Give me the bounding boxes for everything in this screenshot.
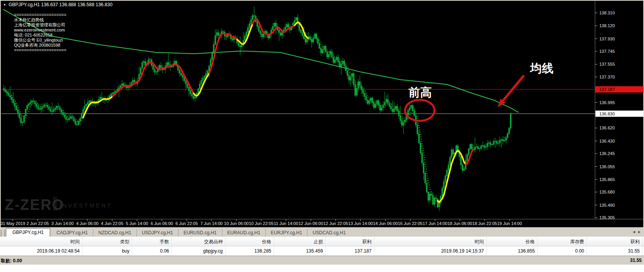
svg-text:137.187: 137.187: [599, 87, 615, 92]
svg-text:13 Jun 14:00: 13 Jun 14:00: [348, 221, 373, 226]
column-header[interactable]: 获利: [587, 237, 642, 246]
svg-text:5 Jun 14:00: 5 Jun 14:00: [126, 221, 148, 226]
table-body: 2019.06.19 02:48:54buy0.06gbpjpy.cg136.2…: [0, 246, 644, 256]
svg-text:17 Jun 14:00: 17 Jun 14:00: [422, 221, 447, 226]
svg-text:10 Jun 22:05: 10 Jun 22:05: [249, 221, 274, 226]
svg-text:138.310: 138.310: [599, 10, 615, 15]
trade-cell: 0.00: [538, 246, 587, 255]
svg-text:16 Jun 22:05: 16 Jun 22:05: [398, 221, 423, 226]
symbol-tab-cadjpy[interactable]: CADJPY.cg,H1: [51, 229, 92, 237]
svg-text:136.055: 136.055: [599, 164, 615, 169]
svg-text:18 Jun 22:05: 18 Jun 22:05: [472, 221, 497, 226]
svg-text:水木外汇趋势线: 水木外汇趋势线: [14, 17, 44, 22]
svg-text:18 Jun 06:00: 18 Jun 06:00: [447, 221, 472, 226]
column-header[interactable]: 时间: [374, 237, 487, 246]
column-header[interactable]: 获利: [326, 237, 374, 246]
svg-text:136.830: 136.830: [599, 112, 615, 116]
svg-text:135.680: 135.680: [599, 190, 615, 194]
column-header[interactable]: 库存费: [538, 237, 587, 246]
svg-text:11 Jun 14:00: 11 Jun 14:00: [274, 221, 298, 226]
svg-text:6 Jun 22:05: 6 Jun 22:05: [176, 221, 198, 226]
chart-tabs: GBPJPY.cg,H1CADJPY.cg,H1NZDCAD.cg,H1USDJ…: [6, 228, 351, 237]
svg-text:4 Jun 06:00: 4 Jun 06:00: [76, 221, 99, 226]
bottom-filler: [0, 265, 644, 272]
svg-text:INVESTMENT: INVESTMENT: [59, 202, 112, 209]
svg-text:Z-ZERO: Z-ZERO: [5, 197, 64, 213]
trade-row[interactable]: 2019.06.19 02:48:54buy0.06gbpjpy.cg136.2…: [0, 246, 644, 256]
column-header[interactable]: 价格: [225, 237, 274, 246]
svg-text:12 Jun 06:00: 12 Jun 06:00: [298, 221, 323, 226]
symbol-tab-gbpjpy[interactable]: GBPJPY.cg,H1: [6, 228, 50, 237]
svg-text:GBPJPY.cg,H1 136.637 136.888: GBPJPY.cg,H1 136.637 136.888 136.588 136…: [9, 2, 113, 7]
tab-scroll-right-icon[interactable]: ►: [637, 230, 643, 234]
account-history-table: 时间类型手数交易品种价格止损获利时间价格库存费获利 2019.06.19 02:…: [0, 237, 644, 256]
svg-text:136.995: 136.995: [599, 100, 615, 105]
column-header[interactable]: 交易品种: [172, 237, 225, 246]
svg-text:微信公众号 E0_yilingtouzi: 微信公众号 E0_yilingtouzi: [14, 38, 63, 42]
symbol-tab-eurjpy[interactable]: EURJPY.cg,H1: [265, 229, 307, 237]
previous-high-label: 前高: [408, 86, 432, 99]
trade-cell: 135.459: [274, 246, 326, 255]
trade-cell: buy: [82, 246, 132, 255]
status-bar: 取款: 0.00 31.55: [0, 256, 644, 265]
symbol-tab-usdjpy[interactable]: USDJPY.cg,H1: [136, 229, 178, 237]
svg-text:137.930: 137.930: [599, 37, 615, 41]
profit-summary: 31.55: [630, 258, 642, 263]
svg-text:136.430: 136.430: [599, 139, 615, 143]
tab-scroll-left-icon[interactable]: ◄: [632, 230, 637, 234]
symbol-tab-usdcad[interactable]: USDCAD.cg,H1: [307, 229, 351, 237]
trade-cell: 31.55: [587, 246, 642, 255]
svg-text:上海亿零投资管理有限公司: 上海亿零投资管理有限公司: [14, 23, 65, 27]
column-header[interactable]: 止损: [274, 237, 326, 246]
trade-cell: 137.187: [326, 246, 374, 255]
svg-text:135.865: 135.865: [599, 177, 615, 182]
trade-cell: 0.06: [132, 246, 172, 255]
table-header-row: 时间类型手数交易品种价格止损获利时间价格库存费获利: [0, 237, 644, 246]
chart-tab-bar: GBPJPY.cg,H1CADJPY.cg,H1NZDCAD.cg,H1USDJ…: [0, 227, 644, 237]
trade-cell: gbpjpy.cg: [172, 246, 225, 255]
tab-scroll-arrows[interactable]: ◄►: [632, 230, 643, 234]
withdrawal-summary: 取款: 0.00: [1, 258, 22, 264]
trade-cell: 2019.06.19 14:15:37: [374, 246, 487, 255]
svg-text:136.620: 136.620: [599, 126, 615, 130]
svg-text:31 May 2019: 31 May 2019: [0, 221, 25, 226]
svg-text:135.305: 135.305: [599, 215, 615, 220]
column-header[interactable]: 手数: [132, 237, 172, 246]
svg-text:137.745: 137.745: [599, 49, 615, 54]
svg-text:6 Jun 06:00: 6 Jun 06:00: [151, 221, 173, 226]
ma-label: 均线: [529, 62, 553, 75]
svg-text:12 Jun 22:05: 12 Jun 22:05: [323, 221, 348, 226]
chart-background: [1, 1, 643, 227]
svg-text:电话: 021-60522618: 电话: 021-60522618: [14, 33, 52, 37]
svg-text:3 Jun 14:00: 3 Jun 14:00: [51, 221, 74, 226]
trade-cell: 136.285: [225, 246, 274, 255]
svg-text:=====================: =====================: [14, 48, 66, 52]
tabbar-grip[interactable]: [1, 230, 5, 237]
svg-text:=====================: =====================: [14, 12, 66, 17]
column-header[interactable]: 时间: [0, 237, 82, 246]
svg-text:19 Jun 14:00: 19 Jun 14:00: [497, 221, 522, 226]
trade-cell: 136.855: [487, 246, 538, 255]
price-chart[interactable]: Z-ZEROINVESTMENT138.310138.120137.930137…: [0, 0, 644, 227]
svg-text:136.245: 136.245: [599, 151, 615, 156]
svg-text:14 Jun 06:00: 14 Jun 06:00: [373, 221, 398, 226]
column-header[interactable]: 价格: [487, 237, 538, 246]
symbol-tab-nzdcad[interactable]: NZDCAD.cg,H1: [93, 229, 136, 237]
mt4-terminal: Z-ZEROINVESTMENT138.310138.120137.930137…: [0, 0, 644, 272]
svg-text:137.370: 137.370: [599, 75, 615, 79]
svg-text:2 Jun 22:05: 2 Jun 22:05: [26, 221, 49, 226]
svg-text:7 Jun 14:00: 7 Jun 14:00: [200, 221, 223, 226]
svg-text:www.ezeroinvestment.com: www.ezeroinvestment.com: [14, 28, 65, 32]
svg-text:QQ业务咨询 200801598: QQ业务咨询 200801598: [14, 43, 60, 47]
chart-window-title: ▼GBPJPY.cg,H1 136.637 136.888 136.588 13…: [3, 2, 113, 7]
svg-text:▼: ▼: [3, 3, 6, 7]
svg-text:135.490: 135.490: [599, 203, 615, 207]
symbol-tab-euraud[interactable]: EURAUD.cg,H1: [222, 229, 265, 237]
svg-text:138.120: 138.120: [599, 23, 615, 28]
symbol-tab-eurusd[interactable]: EURUSD.cg,H1: [178, 229, 222, 237]
column-header[interactable]: 类型: [82, 237, 132, 246]
svg-text:10 Jun 06:00: 10 Jun 06:00: [224, 221, 249, 226]
svg-text:137.555: 137.555: [599, 62, 615, 66]
svg-text:4 Jun 22:05: 4 Jun 22:05: [101, 221, 124, 226]
trade-cell: 2019.06.19 02:48:54: [0, 246, 82, 255]
